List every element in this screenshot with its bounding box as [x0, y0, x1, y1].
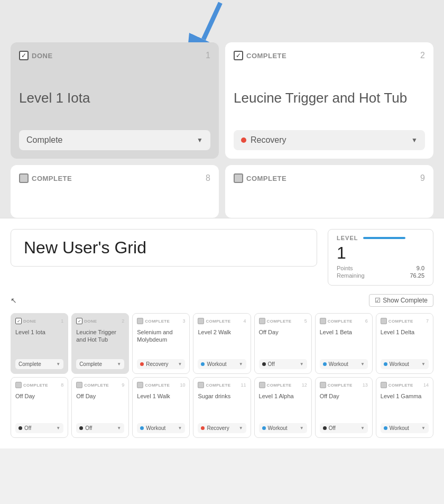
- small-card-4-checkbox[interactable]: [198, 318, 204, 324]
- card-2-chevron-icon: ▼: [411, 136, 418, 144]
- small-card-11-dot-icon: [201, 426, 205, 430]
- small-card-8-status: COMPLETE: [23, 383, 48, 388]
- card-9-status: COMPLETE: [246, 175, 286, 182]
- small-card-13-title: Off Day: [320, 391, 368, 423]
- small-card-11-dropdown[interactable]: Recovery ▼: [198, 423, 246, 433]
- top-cards-grid: ✓ DONE 1 Level 1 Iota Complete ▼ ✓ COMPL…: [11, 42, 433, 159]
- card-8-partial: COMPLETE 8: [11, 165, 219, 218]
- small-card-6-checkbox[interactable]: [320, 318, 326, 324]
- small-card-7-checkbox[interactable]: [381, 318, 387, 324]
- small-card-10-dropdown[interactable]: Workout ▼: [137, 423, 185, 433]
- grid-title: New User's Grid: [24, 238, 146, 257]
- level-box: LEVEL 1 Points 9.0 Remaining 76.25: [328, 229, 433, 286]
- small-card-13: COMPLETE 13 Off Day Off ▼: [315, 377, 373, 438]
- small-card-2-title: Leucine Trigger and Hot Tub: [76, 327, 124, 359]
- small-card-12-title: Level 1 Alpha: [259, 391, 307, 423]
- small-card-3-chevron-icon: ▼: [178, 362, 182, 366]
- small-card-4-header: COMPLETE 4: [198, 318, 246, 324]
- remaining-label: Remaining: [337, 272, 365, 279]
- cursor-indicator: ↖: [11, 296, 17, 305]
- card-1-dropdown-inner: Complete: [26, 135, 62, 145]
- small-card-10-number: 10: [180, 382, 185, 388]
- card-9-header-left: COMPLETE: [234, 173, 286, 183]
- small-card-5: COMPLETE 5 Off Day Off ▼: [254, 313, 312, 374]
- small-card-3-status: COMPLETE: [145, 319, 170, 324]
- small-card-8-checkbox[interactable]: [15, 382, 22, 388]
- small-card-6-dot-icon: [323, 362, 327, 366]
- card-2-footer: Recovery ▼: [234, 130, 425, 150]
- small-cards-row1: ✓ DONE 1 Level 1 Iota Complete ▼ ✓ DONE …: [11, 313, 433, 374]
- small-card-10-checkbox[interactable]: [137, 382, 143, 388]
- card-2: ✓ COMPLETE 2 Leucine Trigger and Hot Tub…: [225, 42, 433, 159]
- grid-title-box: New User's Grid: [11, 229, 317, 267]
- small-card-14-header: COMPLETE 14: [381, 382, 429, 388]
- card-1-dropdown[interactable]: Complete ▼: [19, 130, 210, 150]
- small-card-9-chevron-icon: ▼: [117, 426, 121, 430]
- small-card-9-dropdown[interactable]: Off ▼: [76, 423, 124, 433]
- small-card-14-dot-icon: [384, 426, 387, 430]
- small-card-6-header: COMPLETE 6: [320, 318, 368, 324]
- small-card-9-dot-icon: [79, 426, 83, 430]
- level-header: LEVEL: [337, 235, 424, 241]
- small-card-10-title: Level 1 Walk: [137, 391, 185, 423]
- small-card-14-dropdown[interactable]: Workout ▼: [381, 423, 429, 433]
- card-2-checkbox[interactable]: ✓: [234, 51, 243, 60]
- small-card-14: COMPLETE 14 Level 1 Gamma Workout ▼: [376, 377, 433, 438]
- small-card-12-status: COMPLETE: [267, 383, 292, 388]
- small-card-13-dropdown[interactable]: Off ▼: [320, 423, 368, 433]
- card-1-header: ✓ DONE 1: [19, 51, 210, 60]
- points-label: Points: [337, 265, 353, 271]
- small-card-7-header: COMPLETE 7: [381, 318, 429, 324]
- small-card-4-dropdown[interactable]: Workout ▼: [198, 359, 246, 369]
- small-card-10: COMPLETE 10 Level 1 Walk Workout ▼: [132, 377, 190, 438]
- small-card-7-dropdown[interactable]: Workout ▼: [381, 359, 429, 369]
- bottom-partial-cards: COMPLETE 8 COMPLETE 9: [11, 165, 433, 218]
- small-card-1-dropdown[interactable]: Complete ▼: [15, 359, 63, 369]
- small-card-5-dropdown[interactable]: Off ▼: [259, 359, 307, 369]
- small-card-1-checkbox[interactable]: ✓: [15, 318, 22, 324]
- small-card-12-checkbox[interactable]: [259, 382, 265, 388]
- small-card-6: COMPLETE 6 Level 1 Beta Workout ▼: [315, 313, 373, 374]
- small-card-13-status: COMPLETE: [328, 383, 353, 388]
- small-card-9-checkbox[interactable]: [76, 382, 82, 388]
- small-card-3-checkbox[interactable]: [137, 318, 143, 324]
- small-card-12: COMPLETE 12 Level 1 Alpha Workout ▼: [254, 377, 312, 438]
- small-card-5-checkbox[interactable]: [259, 318, 265, 324]
- small-card-2-checkbox[interactable]: ✓: [76, 318, 82, 324]
- card-1-status: DONE: [32, 52, 53, 60]
- small-card-5-title: Off Day: [259, 327, 307, 359]
- small-card-3-number: 3: [182, 318, 185, 324]
- card-8-status: COMPLETE: [32, 175, 72, 182]
- show-complete-button[interactable]: ☑ Show Complete: [369, 294, 433, 307]
- small-card-9-number: 9: [122, 382, 124, 388]
- small-card-5-status: COMPLETE: [267, 319, 292, 324]
- small-card-11: COMPLETE 11 Sugar drinks Recovery ▼: [193, 377, 251, 438]
- small-card-3: COMPLETE 3 Selenium and Molybdeum Recove…: [132, 313, 190, 374]
- small-card-10-header: COMPLETE 10: [137, 382, 185, 388]
- small-card-2-status: DONE: [84, 319, 97, 324]
- small-card-11-header: COMPLETE 11: [198, 382, 246, 388]
- small-card-3-header: COMPLETE 3: [137, 318, 185, 324]
- small-card-8-dropdown[interactable]: Off ▼: [15, 423, 63, 433]
- show-complete-icon: ☑: [375, 297, 381, 304]
- small-card-3-dropdown[interactable]: Recovery ▼: [137, 359, 185, 369]
- show-complete-label: Show Complete: [383, 297, 428, 304]
- small-card-6-dropdown[interactable]: Workout ▼: [320, 359, 368, 369]
- small-card-3-dot-icon: [140, 362, 144, 366]
- small-card-7-chevron-icon: ▼: [421, 362, 426, 366]
- small-card-8-title: Off Day: [15, 391, 63, 423]
- small-card-8-dot-icon: [18, 426, 22, 430]
- small-card-11-checkbox[interactable]: [198, 382, 204, 388]
- small-card-14-checkbox[interactable]: [381, 382, 387, 388]
- small-card-2-dropdown[interactable]: Complete ▼: [76, 359, 124, 369]
- small-card-11-status: COMPLETE: [206, 383, 230, 388]
- small-card-9-header: COMPLETE 9: [76, 382, 124, 388]
- small-card-13-checkbox[interactable]: [320, 382, 326, 388]
- card-9-checkbox[interactable]: [234, 173, 243, 183]
- card-2-dropdown[interactable]: Recovery ▼: [234, 130, 425, 150]
- card-8-header: COMPLETE 8: [19, 173, 210, 183]
- small-card-12-dropdown[interactable]: Workout ▼: [259, 423, 307, 433]
- card-8-checkbox[interactable]: [19, 173, 29, 183]
- card-1-checkbox[interactable]: ✓: [19, 51, 29, 60]
- level-bar: [363, 237, 405, 239]
